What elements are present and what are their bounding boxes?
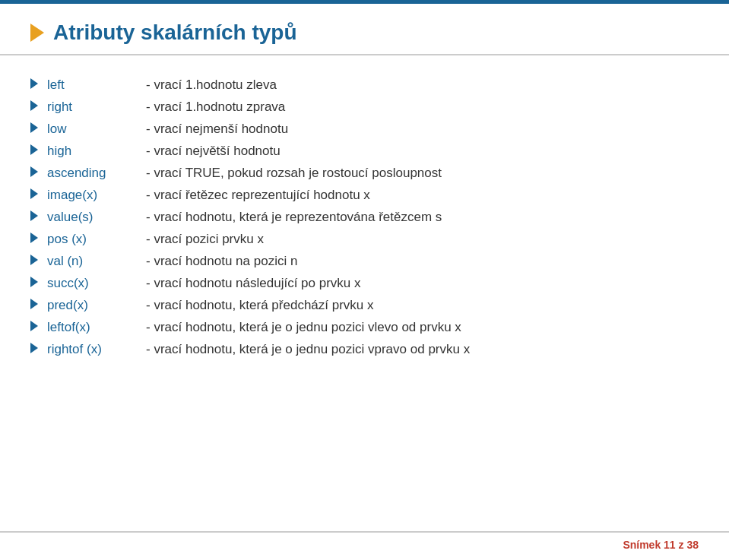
list-item: succ(x)- vrací hodnotu následující po pr… bbox=[30, 272, 699, 294]
item-description: - vrací hodnotu, která je o jednu pozici… bbox=[146, 320, 461, 335]
bullet-icon bbox=[30, 343, 38, 353]
footer: Snímek 11 z 38 bbox=[0, 531, 729, 560]
item-description: - vrací řetězec reprezentující hodnotu x bbox=[146, 188, 370, 203]
item-description: - vrací 1.hodnotu zleva bbox=[146, 78, 277, 93]
bullet-icon bbox=[30, 166, 38, 177]
slide-number: Snímek 11 z 38 bbox=[623, 539, 699, 551]
item-description: - vrací hodnotu následující po prvku x bbox=[146, 276, 361, 291]
header: Atributy skalárních typů bbox=[0, 4, 729, 55]
item-name: rightof (x) bbox=[47, 342, 146, 357]
list-item: left- vrací 1.hodnotu zleva bbox=[30, 74, 699, 96]
content: left- vrací 1.hodnotu zlevaright- vrací … bbox=[0, 55, 729, 531]
list-item: low- vrací nejmenší hodnotu bbox=[30, 118, 699, 140]
list-item: rightof (x)- vrací hodnotu, která je o j… bbox=[30, 338, 699, 360]
header-title: Atributy skalárních typů bbox=[30, 21, 699, 45]
list-item: right- vrací 1.hodnotu zprava bbox=[30, 96, 699, 118]
item-name: leftof(x) bbox=[47, 320, 146, 335]
bullet-icon bbox=[30, 100, 38, 111]
item-description: - vrací hodnotu, která předchází prvku x bbox=[146, 298, 374, 313]
item-name: pos (x) bbox=[47, 232, 146, 247]
bullet-icon bbox=[30, 299, 38, 309]
bullet-icon bbox=[30, 321, 38, 331]
slide: Atributy skalárních typů left- vrací 1.h… bbox=[0, 0, 729, 560]
list-item: value(s)- vrací hodnotu, která je reprez… bbox=[30, 206, 699, 228]
item-description: - vrací hodnotu, která je o jednu pozici… bbox=[146, 342, 470, 357]
bullet-icon bbox=[30, 144, 38, 155]
list-item: image(x)- vrací řetězec reprezentující h… bbox=[30, 184, 699, 206]
item-name: value(s) bbox=[47, 210, 146, 225]
item-name: right bbox=[47, 100, 146, 115]
list-item: pred(x)- vrací hodnotu, která předchází … bbox=[30, 294, 699, 316]
item-name: ascending bbox=[47, 166, 146, 181]
bullet-icon bbox=[30, 277, 38, 287]
item-name: val (n) bbox=[47, 254, 146, 269]
list-item: ascending- vrací TRUE, pokud rozsah je r… bbox=[30, 162, 699, 184]
item-name: image(x) bbox=[47, 188, 146, 203]
bullet-icon bbox=[30, 255, 38, 265]
bullet-icon bbox=[30, 210, 38, 221]
item-name: succ(x) bbox=[47, 276, 146, 291]
page-title: Atributy skalárních typů bbox=[53, 21, 297, 45]
item-name: left bbox=[47, 78, 146, 93]
list-item: pos (x)- vrací pozici prvku x bbox=[30, 228, 699, 250]
triangle-icon bbox=[30, 24, 44, 42]
item-description: - vrací nejmenší hodnotu bbox=[146, 122, 288, 137]
list-item: high- vrací největší hodnotu bbox=[30, 140, 699, 162]
bullet-icon bbox=[30, 122, 38, 133]
item-description: - vrací TRUE, pokud rozsah je rostoucí p… bbox=[146, 166, 442, 181]
item-description: - vrací hodnotu na pozici n bbox=[146, 254, 297, 269]
bullet-icon bbox=[30, 188, 38, 199]
list-item: leftof(x)- vrací hodnotu, která je o jed… bbox=[30, 316, 699, 338]
item-description: - vrací hodnotu, která je reprezentována… bbox=[146, 210, 442, 225]
item-name: high bbox=[47, 144, 146, 159]
item-description: - vrací 1.hodnotu zprava bbox=[146, 100, 285, 115]
list-item: val (n)- vrací hodnotu na pozici n bbox=[30, 250, 699, 272]
bullet-icon bbox=[30, 78, 38, 89]
bullet-icon bbox=[30, 233, 38, 243]
item-name: pred(x) bbox=[47, 298, 146, 313]
item-description: - vrací pozici prvku x bbox=[146, 232, 264, 247]
item-name: low bbox=[47, 122, 146, 137]
item-description: - vrací největší hodnotu bbox=[146, 144, 281, 159]
